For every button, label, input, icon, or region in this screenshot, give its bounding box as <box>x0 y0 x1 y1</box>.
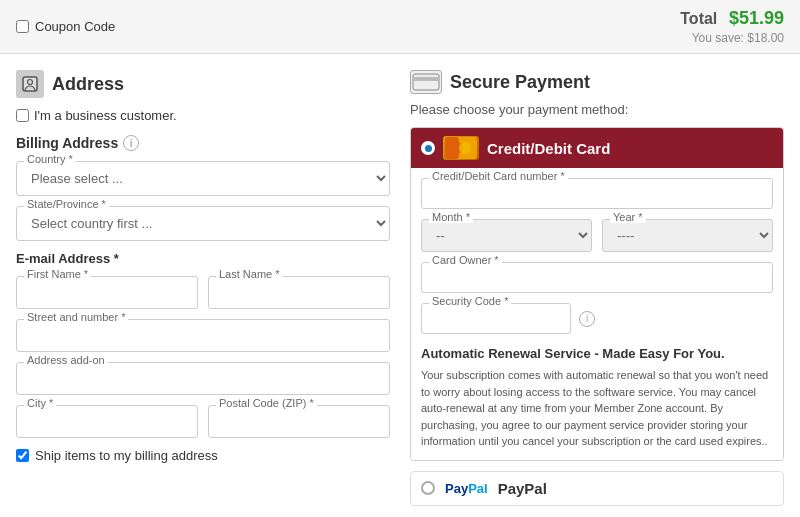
name-row: First Name * Last Name * <box>16 276 390 309</box>
month-label: Month * <box>429 211 473 223</box>
paypal-logo: PayPal <box>445 481 488 496</box>
svg-rect-2 <box>413 74 439 90</box>
credit-card-option: Credit/Debit Card Credit/Debit Card numb… <box>410 127 784 461</box>
ship-checkbox[interactable] <box>16 449 29 462</box>
last-name-input[interactable] <box>208 276 390 309</box>
month-year-row: Month * -- Year * ---- <box>421 219 773 252</box>
card-owner-field: Card Owner * <box>421 262 773 293</box>
business-checkbox[interactable] <box>16 109 29 122</box>
security-code-input[interactable] <box>421 303 571 334</box>
last-name-label: Last Name * <box>216 268 283 280</box>
year-field: Year * ---- <box>602 219 773 252</box>
address-icon <box>16 70 44 98</box>
payment-section-header: Secure Payment <box>410 70 784 94</box>
card-number-label: Credit/Debit Card number * <box>429 170 568 182</box>
last-name-field: Last Name * <box>208 276 390 309</box>
street-field: Street and number * <box>16 319 390 352</box>
renewal-title: Automatic Renewal Service - Made Easy Fo… <box>421 346 773 361</box>
security-code-label: Security Code * <box>429 295 511 307</box>
city-label: City * <box>24 397 56 409</box>
radio-inner <box>425 145 432 152</box>
credit-card-header[interactable]: Credit/Debit Card <box>411 128 783 168</box>
country-label: Country * <box>24 153 76 165</box>
city-field: City * <box>16 405 198 438</box>
coupon-area: Coupon Code <box>16 19 115 34</box>
address-section-header: Address <box>16 70 390 98</box>
country-field: Country * Please select ... <box>16 161 390 196</box>
svg-rect-3 <box>413 77 439 81</box>
left-column: Address I'm a business customer. Billing… <box>16 70 390 506</box>
security-code-field: Security Code * <box>421 303 571 334</box>
card-owner-input[interactable] <box>421 262 773 293</box>
postal-label: Postal Code (ZIP) * <box>216 397 317 409</box>
business-customer-row: I'm a business customer. <box>16 108 390 123</box>
credit-card-title: Credit/Debit Card <box>487 140 610 157</box>
city-input[interactable] <box>16 405 198 438</box>
first-name-input[interactable] <box>16 276 198 309</box>
payment-icon <box>410 70 442 94</box>
state-label: State/Province * <box>24 198 109 210</box>
card-owner-label: Card Owner * <box>429 254 502 266</box>
ship-checkbox-row: Ship items to my billing address <box>16 448 390 463</box>
top-bar: Coupon Code Total $51.99 You save: $18.0… <box>0 0 800 54</box>
renewal-text: Your subscription comes with automatic r… <box>421 367 773 450</box>
address-addon-input[interactable] <box>16 362 390 395</box>
card-brand-icon <box>443 136 479 160</box>
postal-field: Postal Code (ZIP) * <box>208 405 390 438</box>
postal-input[interactable] <box>208 405 390 438</box>
email-label: E-mail Address * <box>16 251 390 266</box>
coupon-checkbox[interactable] <box>16 20 29 33</box>
country-select[interactable]: Please select ... <box>16 161 390 196</box>
billing-info-icon[interactable]: i <box>123 135 139 151</box>
year-label: Year * <box>610 211 646 223</box>
address-addon-label: Address add-on <box>24 354 108 366</box>
choose-method: Please choose your payment method: <box>410 102 784 117</box>
svg-point-7 <box>459 142 471 154</box>
year-select[interactable]: ---- <box>602 219 773 252</box>
card-number-input[interactable] <box>421 178 773 209</box>
total-area: Total $51.99 You save: $18.00 <box>680 8 784 45</box>
security-info-icon[interactable]: i <box>579 311 595 327</box>
main-content: Address I'm a business customer. Billing… <box>0 54 800 517</box>
city-postal-row: City * Postal Code (ZIP) * <box>16 405 390 438</box>
payment-title: Secure Payment <box>450 72 590 93</box>
paypal-label: PayPal <box>498 480 547 497</box>
security-row: Security Code * i <box>421 303 773 334</box>
coupon-label[interactable]: Coupon Code <box>35 19 115 34</box>
credit-card-radio[interactable] <box>421 141 435 155</box>
total-label: Total <box>680 10 717 27</box>
total-amount: $51.99 <box>729 8 784 28</box>
address-title: Address <box>52 74 124 95</box>
billing-address-label: Billing Address i <box>16 135 390 151</box>
business-label: I'm a business customer. <box>34 108 177 123</box>
right-column: Secure Payment Please choose your paymen… <box>410 70 784 506</box>
month-field: Month * -- <box>421 219 592 252</box>
paypal-option[interactable]: PayPal PayPal <box>410 471 784 506</box>
first-name-field: First Name * <box>16 276 198 309</box>
state-field: State/Province * Select country first ..… <box>16 206 390 241</box>
card-number-field: Credit/Debit Card number * <box>421 178 773 209</box>
month-select[interactable]: -- <box>421 219 592 252</box>
first-name-label: First Name * <box>24 268 91 280</box>
you-save: You save: $18.00 <box>680 31 784 45</box>
street-input[interactable] <box>16 319 390 352</box>
state-select[interactable]: Select country first ... <box>16 206 390 241</box>
card-form: Credit/Debit Card number * Month * -- Ye… <box>411 168 783 460</box>
paypal-radio[interactable] <box>421 481 435 495</box>
ship-label: Ship items to my billing address <box>35 448 218 463</box>
street-label: Street and number * <box>24 311 128 323</box>
address-addon-field: Address add-on <box>16 362 390 395</box>
